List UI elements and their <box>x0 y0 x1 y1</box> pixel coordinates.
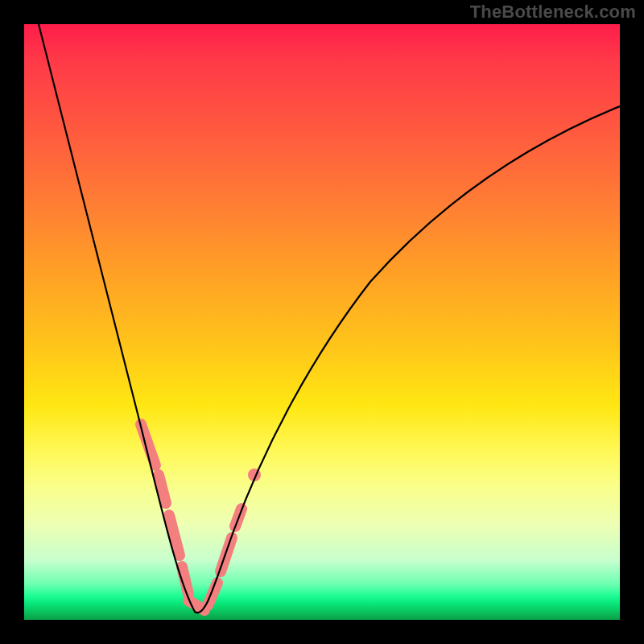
marker-seg-l3 <box>169 515 180 555</box>
chart-frame: TheBottleneck.com <box>0 0 644 644</box>
marker-seg-r1 <box>208 583 217 605</box>
bottleneck-curve-path <box>39 24 620 613</box>
marker-layer <box>141 424 261 610</box>
plot-area <box>24 24 620 620</box>
watermark-text: TheBottleneck.com <box>470 2 636 23</box>
curve-svg <box>24 24 620 620</box>
